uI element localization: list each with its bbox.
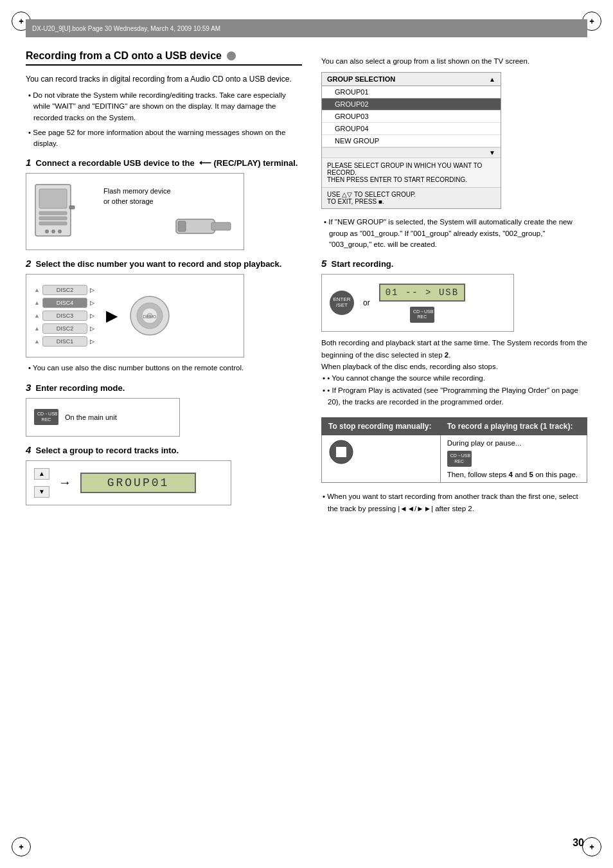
cd-image: DEMO bbox=[129, 295, 171, 337]
bullet-1: Do not vibrate the System while recordin… bbox=[26, 90, 302, 123]
disc-row-3: ▲ DISC2 ▷ bbox=[34, 323, 94, 334]
disc-arrow: ▶ bbox=[106, 307, 118, 325]
section-title-text: Recording from a CD onto a USB device bbox=[26, 50, 222, 62]
svg-rect-2 bbox=[39, 212, 67, 215]
gs-header: GROUP SELECTION ▲ bbox=[322, 73, 501, 86]
step-1-label: 1 Connect a recordable USB device to the… bbox=[26, 157, 302, 168]
svg-point-6 bbox=[51, 230, 55, 233]
header-text: DX-U20_9[U].book Page 30 Wednesday, Marc… bbox=[32, 25, 220, 32]
section-title: Recording from a CD onto a USB device bbox=[26, 50, 302, 66]
rec-mode-box: CD→USBREC On the main unit bbox=[26, 398, 180, 437]
step-3-sub: On the main unit bbox=[65, 413, 117, 421]
table-col1-header: To stop recording manually: bbox=[322, 418, 441, 435]
step-1: 1 Connect a recordable USB device to the… bbox=[26, 157, 302, 250]
nav-arrows: ▲ ▼ bbox=[34, 468, 49, 498]
disc-btn-1[interactable]: DISC4 bbox=[42, 298, 87, 308]
svg-rect-10 bbox=[211, 222, 231, 230]
recording-notes: Both recording and playback start at the… bbox=[321, 337, 587, 408]
gs-scroll-down-icon[interactable]: ▼ bbox=[489, 149, 495, 156]
disc-buttons-box: ▲ DISC2 ▷ ▲ DISC4 ▷ ▲ DISC3 ▷ bbox=[26, 274, 244, 357]
table-col2-cell: During play or pause... CD→USBREC Then, … bbox=[440, 435, 587, 483]
enter-button-col: ENTER/SET bbox=[330, 291, 354, 315]
gs-footer: USE △▽ TO SELECT GROUP. TO EXIT, PRESS ■… bbox=[322, 188, 501, 208]
corner-mark-br: + bbox=[582, 837, 601, 856]
right-column: You can also select a group from a list … bbox=[321, 50, 587, 514]
svg-rect-4 bbox=[39, 222, 67, 225]
recording-note-0: Both recording and playback start at the… bbox=[321, 337, 587, 361]
gs-title: GROUP SELECTION bbox=[327, 75, 395, 83]
svg-point-5 bbox=[45, 230, 49, 233]
recording-bullet-1: • If Program Play is activated (see "Pro… bbox=[321, 384, 587, 408]
page-number: 30 bbox=[573, 837, 584, 849]
step-4-label: 4 Select a group to record tracks into. bbox=[26, 444, 302, 455]
stop-button-svg bbox=[328, 439, 354, 465]
cd-usb-rec-btn-step3[interactable]: CD→USBREC bbox=[34, 409, 58, 425]
disc-btn-3[interactable]: DISC2 bbox=[42, 323, 87, 334]
step-5: 5 Start recording. ENTER/SET or 01 -- > … bbox=[321, 258, 587, 483]
display-arrow: → bbox=[58, 475, 71, 490]
title-dot bbox=[227, 51, 236, 60]
cd-usb-rec-button-step5[interactable]: CD→USBREC bbox=[410, 307, 434, 323]
step-3: 3 Enter recording mode. CD→USBREC On the… bbox=[26, 382, 302, 437]
disc-row-2: ▲ DISC3 ▷ bbox=[34, 311, 94, 321]
gs-footer-text: USE △▽ TO SELECT GROUP. TO EXIT, PRESS ■… bbox=[327, 191, 416, 205]
group-display-box: ▲ ▼ → GROUP01 bbox=[26, 460, 231, 505]
step-5-text: Start recording. bbox=[332, 259, 394, 269]
gs-item-1[interactable]: GROUP02 bbox=[322, 98, 501, 111]
left-column: Recording from a CD onto a USB device Yo… bbox=[26, 50, 302, 514]
cd-usb-rec-btn-table[interactable]: CD→USBREC bbox=[447, 451, 472, 467]
table-cd-usb-btn-area: CD→USBREC bbox=[447, 451, 580, 467]
gs-item-4[interactable]: NEW GROUP bbox=[322, 135, 501, 147]
step-2-text: Select the disc number you want to recor… bbox=[36, 259, 282, 269]
nav-arrow-up[interactable]: ▲ bbox=[34, 468, 49, 480]
disc-btn-2[interactable]: DISC3 bbox=[42, 311, 87, 321]
gs-item-0[interactable]: GROUP01 bbox=[322, 86, 501, 98]
or-text: or bbox=[363, 298, 370, 307]
table-col2-line1: During play or pause... bbox=[447, 439, 580, 447]
bottom-table: To stop recording manually: To record a … bbox=[321, 417, 587, 483]
recording-bullet-0: • You cannot change the source while rec… bbox=[321, 372, 587, 384]
flash-label: Flash memory device or other storage bbox=[103, 186, 171, 206]
step-3-label: 3 Enter recording mode. bbox=[26, 382, 302, 393]
svg-rect-18 bbox=[336, 447, 346, 457]
stop-cell bbox=[328, 439, 434, 465]
main-content: Recording from a CD onto a USB device Yo… bbox=[26, 50, 587, 514]
usb-device-svg bbox=[34, 181, 92, 242]
intro-text: You can record tracks in digital recordi… bbox=[26, 73, 302, 85]
svg-text:DEMO: DEMO bbox=[143, 314, 157, 319]
gs-message: PLEASE SELECT GROUP IN WHICH YOU WANT TO… bbox=[322, 158, 501, 188]
nav-arrow-down[interactable]: ▼ bbox=[34, 486, 49, 498]
table-row-1: During play or pause... CD→USBREC Then, … bbox=[322, 435, 587, 483]
table-col2-header: To record a playing track (1 track): bbox=[440, 418, 587, 435]
step-5-label: 5 Start recording. bbox=[321, 258, 587, 269]
group-lcd-display: GROUP01 bbox=[80, 473, 196, 493]
group-selection-box: GROUP SELECTION ▲ GROUP01 GROUP02 GROUP0… bbox=[321, 72, 501, 209]
svg-rect-3 bbox=[39, 217, 67, 220]
step-3-text: Enter recording mode. bbox=[36, 383, 125, 393]
step-1-text: Connect a recordable USB device to the ⟵… bbox=[36, 158, 298, 168]
disc-btn-4[interactable]: DISC1 bbox=[42, 336, 87, 347]
svg-rect-11 bbox=[178, 221, 186, 231]
table-col1-cell bbox=[322, 435, 441, 483]
gs-item-2[interactable]: GROUP03 bbox=[322, 111, 501, 123]
recording-note-1: When playback of the disc ends, recordin… bbox=[321, 361, 587, 372]
gs-item-3[interactable]: GROUP04 bbox=[322, 123, 501, 135]
gs-scroll-up-icon[interactable]: ▲ bbox=[489, 76, 495, 83]
svg-point-7 bbox=[58, 230, 62, 233]
enter-set-button[interactable]: ENTER/SET bbox=[330, 291, 354, 315]
header-bar: DX-U20_9[U].book Page 30 Wednesday, Marc… bbox=[26, 19, 587, 37]
step-2: 2 Select the disc number you want to rec… bbox=[26, 258, 302, 374]
final-note: • When you want to start recording from … bbox=[321, 491, 587, 514]
rec-lcd-display: 01 -- > USB bbox=[379, 284, 465, 302]
bullet-2: See page 52 for more information about t… bbox=[26, 127, 302, 150]
disc-list-area: ▲ DISC2 ▷ ▲ DISC4 ▷ ▲ DISC3 ▷ bbox=[34, 285, 94, 347]
page-container: + + + + DX-U20_9[U].book Page 30 Wednesd… bbox=[0, 0, 613, 868]
new-group-note: If "NEW GROUP" is selected, the System w… bbox=[321, 217, 587, 250]
table-col2-line2: Then, follow steps 4 and 5 on this page. bbox=[447, 471, 580, 478]
disc-row-1: ▲ DISC4 ▷ bbox=[34, 298, 94, 308]
group-selection-note: You can also select a group from a list … bbox=[321, 55, 587, 67]
usb-stick-svg bbox=[173, 210, 237, 242]
disc-btn-0[interactable]: DISC2 bbox=[42, 285, 87, 295]
svg-rect-8 bbox=[69, 206, 75, 209]
corner-mark-bl: + bbox=[12, 837, 31, 856]
